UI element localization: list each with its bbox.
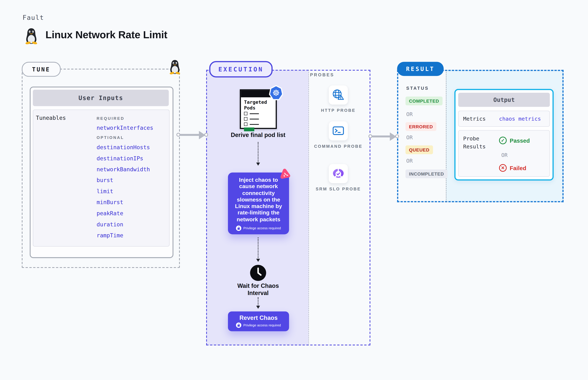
linux-tux-icon — [24, 27, 39, 44]
page-title: Linux Network Rate Limit — [45, 29, 167, 41]
http-probe-label: HTTP PROBE — [312, 107, 365, 114]
status-badge-completed: COMPLETED — [406, 96, 442, 105]
privilege-note: Privilege access required — [236, 323, 281, 328]
result-pill: RESULT — [397, 62, 444, 76]
chaos-logo-icon — [278, 167, 293, 182]
tune-pill: TUNE — [22, 62, 61, 77]
required-label: REQUIRED — [97, 116, 125, 121]
optional-label: OPTIONAL — [97, 135, 124, 140]
tuneables-label: Tuneables — [36, 115, 66, 121]
execution-pill: EXECUTION — [209, 61, 273, 77]
probes-label: PROBES — [310, 73, 334, 77]
revert-chaos-node[interactable]: Revert Chaos Privilege access required — [228, 311, 289, 331]
lock-icon — [236, 225, 241, 231]
x-circle-icon: ✕ — [499, 164, 507, 172]
wait-for-chaos-label: Wait for Chaos Interval — [231, 282, 285, 297]
command-probe-label: COMMAND PROBE — [312, 143, 365, 150]
targeted-pods-title: Targeted Pods — [244, 99, 276, 111]
terminal-icon — [333, 126, 344, 135]
metrics-row: Metrics chaos metrics — [458, 111, 550, 127]
flow-arrow-down — [258, 142, 258, 165]
or-label: OR — [406, 158, 413, 164]
flow-arrow-down — [258, 297, 258, 308]
lock-icon — [236, 323, 241, 328]
inject-chaos-node[interactable]: Inject chaos to cause network connectivi… — [228, 172, 289, 234]
tuneable-link[interactable]: burst — [97, 177, 113, 183]
metrics-label: Metrics — [463, 116, 486, 122]
failed-result: ✕ Failed — [499, 164, 526, 172]
check-circle-icon: ✓ — [499, 137, 507, 144]
revert-chaos-text: Revert Chaos — [239, 315, 277, 321]
linux-tux-icon-small — [168, 59, 181, 75]
or-label: OR — [501, 152, 508, 158]
tuneable-link[interactable]: limit — [97, 188, 113, 194]
slo-gauge-icon — [332, 168, 345, 180]
passed-result: ✓ Passed — [499, 137, 530, 144]
execution-probes-divider — [309, 70, 309, 345]
status-badge-queued: QUEUED — [406, 146, 433, 154]
probe-results-row: Probe Results ✓ Passed OR ✕ Failed — [458, 130, 550, 177]
status-badge-errored: ERRORED — [406, 122, 436, 131]
derive-pod-list-label: Derive final pod list — [220, 132, 296, 139]
probe-results-label: Probe Results — [463, 135, 490, 151]
output-header: Output — [458, 93, 550, 107]
status-output-divider — [446, 70, 446, 202]
tuneable-link[interactable]: peakRate — [97, 210, 123, 216]
http-probe-card[interactable] — [329, 85, 348, 105]
status-label: STATUS — [406, 86, 429, 90]
user-inputs-header: User Inputs — [33, 90, 169, 106]
globe-warning-icon — [332, 89, 345, 101]
tuneable-link[interactable]: destinationIPs — [97, 155, 143, 161]
srm-slo-probe-card[interactable] — [329, 164, 348, 183]
inject-chaos-text: Inject chaos to cause network connectivi… — [231, 177, 286, 223]
tuneable-link[interactable]: minBurst — [97, 199, 123, 205]
tuneable-link[interactable]: destinationHosts — [97, 144, 150, 150]
progress-bar — [244, 128, 254, 131]
or-label: OR — [406, 111, 413, 117]
fault-kicker: Fault — [22, 14, 44, 21]
tuneable-link[interactable]: duration — [97, 221, 123, 227]
kubernetes-icon: ☸ — [269, 85, 283, 100]
status-badge-incompleted: INCOMPLETED — [406, 170, 447, 178]
flow-arrow-down — [258, 237, 258, 261]
probes-to-result-arrow — [370, 132, 397, 141]
tuneable-link[interactable]: rampTime — [97, 232, 123, 238]
diagram-canvas: Fault Linux Network Rate Limit TUNE User… — [0, 0, 588, 380]
command-probe-card[interactable] — [329, 121, 348, 141]
tune-to-execution-arrow — [178, 130, 206, 139]
privilege-note: Privilege access required — [236, 225, 281, 231]
metrics-value-link[interactable]: chaos metrics — [499, 116, 541, 122]
or-label: OR — [406, 134, 413, 140]
tuneable-link[interactable]: networkInterfaces — [97, 125, 153, 131]
srm-slo-probe-label: SRM SLO PROBE — [312, 186, 365, 192]
clock-icon — [250, 265, 266, 281]
tuneable-link[interactable]: networkBandwidth — [97, 166, 150, 172]
